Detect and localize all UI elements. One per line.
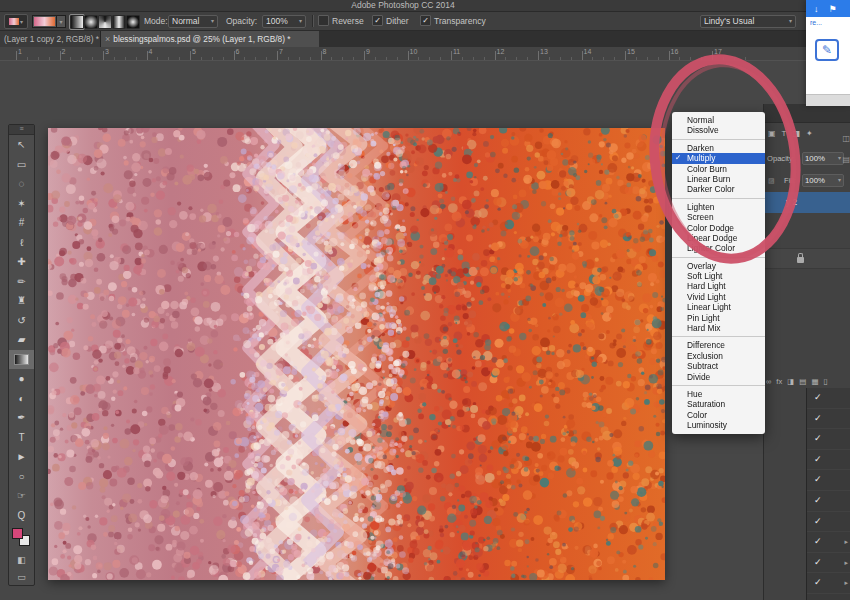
hand-tool[interactable]: ☞ (9, 486, 34, 506)
blend-mode-divide[interactable]: Divide (672, 372, 765, 382)
layers-panel-tabs[interactable] (764, 104, 850, 123)
lasso-tool[interactable]: ◌ (9, 174, 34, 194)
layer-opacity-select[interactable]: 100% ▾ (802, 152, 844, 165)
action-check-icon[interactable]: ✓ (814, 516, 822, 526)
action-row[interactable]: ✓ (807, 491, 850, 512)
action-row[interactable]: ✓▸ (807, 594, 850, 600)
expand-arrow-icon[interactable]: ▸ (844, 559, 848, 567)
blend-mode-linear-burn[interactable]: Linear Burn (672, 174, 765, 184)
link-layers-icon[interactable]: ∞ (766, 377, 771, 386)
crop-tool[interactable]: # (9, 213, 34, 233)
blend-mode-color-burn[interactable]: Color Burn (672, 164, 765, 174)
pen-tool[interactable]: ✒ (9, 408, 34, 428)
action-row[interactable]: ✓ (807, 409, 850, 430)
angle-gradient-button[interactable] (98, 15, 112, 29)
transparency-checkbox[interactable]: ✓ Transparency (420, 15, 486, 26)
blend-mode-color-dodge[interactable]: Color Dodge (672, 223, 765, 233)
blend-mode-screen[interactable]: Screen (672, 212, 765, 222)
action-row[interactable]: ✓ (807, 429, 850, 450)
blend-mode-hue[interactable]: Hue (672, 389, 765, 399)
type-tool[interactable]: T (9, 428, 34, 448)
edit-button[interactable]: ✎ (815, 39, 839, 61)
panel-dock-icon-b[interactable]: ▤ (842, 155, 850, 164)
brush-tool[interactable]: ✏ (9, 272, 34, 292)
selected-layer-row[interactable]: y 2 (764, 192, 850, 213)
blend-mode-linear-dodge[interactable]: Linear Dodge (672, 233, 765, 243)
new-group-icon[interactable]: ▤ (799, 377, 806, 386)
blend-mode-saturation[interactable]: Saturation (672, 399, 765, 409)
reverse-checkbox[interactable]: Reverse (318, 15, 364, 26)
panel-dock-icon-a[interactable]: ◫ (842, 134, 850, 143)
action-row[interactable]: ✓▸ (807, 573, 850, 594)
blend-mode-difference[interactable]: Difference (672, 340, 765, 350)
blend-mode-lighten[interactable]: Lighten (672, 202, 765, 212)
rectangular-marquee-tool[interactable]: ▭ (9, 155, 34, 175)
diamond-gradient-button[interactable] (126, 15, 140, 29)
eraser-tool[interactable]: ▰ (9, 330, 34, 350)
workspace-preset-select[interactable]: Lindy's Usual ▾ (700, 15, 796, 28)
action-check-icon[interactable]: ✓ (814, 392, 822, 402)
screen-mode-button[interactable]: ▭ (9, 568, 34, 585)
history-brush-tool[interactable]: ↺ (9, 311, 34, 331)
opacity-select[interactable]: 100% ▾ (262, 15, 306, 28)
dodge-tool[interactable]: ◐ (9, 389, 34, 409)
filter-type-icon[interactable]: T (782, 129, 787, 138)
eyedropper-tool[interactable]: ℓ (9, 233, 34, 253)
ellipse-shape-tool[interactable]: ○ (9, 467, 34, 487)
blur-tool[interactable]: ● (9, 369, 34, 389)
blend-mode-hard-light[interactable]: Hard Light (672, 281, 765, 291)
download-icon[interactable]: ↓ (814, 4, 819, 14)
action-check-icon[interactable]: ✓ (814, 536, 822, 546)
filter-smart-icon[interactable]: ✦ (806, 129, 813, 138)
path-selection-tool[interactable]: ► (9, 447, 34, 467)
action-check-icon[interactable]: ✓ (814, 413, 822, 423)
close-tab-icon[interactable]: × (105, 31, 110, 47)
tool-preset-picker[interactable]: ▾ (4, 14, 28, 29)
lock-transparent-pixels-icon[interactable]: ▨ (768, 177, 775, 185)
action-check-icon[interactable]: ✓ (814, 495, 822, 505)
foreground-color-swatch[interactable] (12, 528, 23, 539)
blend-mode-vivid-light[interactable]: Vivid Light (672, 292, 765, 302)
blend-mode-exclusion[interactable]: Exclusion (672, 351, 765, 361)
blend-mode-darker-color[interactable]: Darker Color (672, 184, 765, 194)
quick-selection-tool[interactable]: ✶ (9, 194, 34, 214)
action-row[interactable]: ✓ (807, 388, 850, 409)
blend-mode-lighter-color[interactable]: Lighter Color (672, 243, 765, 253)
action-row[interactable]: ✓▸ (807, 553, 850, 574)
action-row[interactable]: ✓ (807, 450, 850, 471)
toolbar-header[interactable]: ≡ (9, 125, 34, 135)
blend-mode-linear-light[interactable]: Linear Light (672, 302, 765, 312)
document-tab-active[interactable]: × blessingspalmos.psd @ 25% (Layer 1, RG… (101, 31, 319, 47)
linear-gradient-button[interactable] (70, 15, 84, 29)
blend-mode-soft-light[interactable]: Soft Light (672, 271, 765, 281)
blend-mode-normal[interactable]: Normal (672, 115, 765, 125)
filter-shape-icon[interactable]: ◨ (792, 129, 800, 138)
layer-mask-icon[interactable]: ◨ (787, 377, 794, 386)
new-layer-icon[interactable]: ▦ (811, 377, 818, 386)
gradient-preview-picker[interactable]: ▾ (32, 15, 66, 28)
action-check-icon[interactable]: ✓ (814, 557, 822, 567)
mode-select[interactable]: Normal ▾ (168, 15, 218, 28)
layer-fill-select[interactable]: 100% ▾ (802, 174, 844, 187)
blend-mode-darken[interactable]: Darken (672, 143, 765, 153)
canvas-artwork[interactable] (48, 128, 665, 580)
quick-mask-button[interactable]: ◧ (9, 551, 34, 568)
reflected-gradient-button[interactable] (112, 15, 126, 29)
expand-arrow-icon[interactable]: ▸ (844, 538, 848, 546)
overlay-link[interactable]: re... (806, 17, 850, 28)
action-check-icon[interactable]: ✓ (814, 433, 822, 443)
gradient-tool[interactable] (9, 350, 34, 370)
spot-healing-brush-tool[interactable]: ✚ (9, 252, 34, 272)
blend-mode-overlay[interactable]: Overlay (672, 261, 765, 271)
blend-mode-pin-light[interactable]: Pin Light (672, 313, 765, 323)
blend-mode-luminosity[interactable]: Luminosity (672, 420, 765, 430)
document-canvas[interactable] (48, 128, 665, 580)
blend-mode-dissolve[interactable]: Dissolve (672, 125, 765, 135)
bookmark-icon[interactable]: ⚑ (829, 4, 837, 14)
zoom-tool[interactable]: Q (9, 506, 34, 526)
blend-mode-multiply[interactable]: ✓Multiply (672, 153, 765, 163)
layer-effects-icon[interactable]: fx (776, 377, 782, 386)
action-row[interactable]: ✓ (807, 512, 850, 533)
action-check-icon[interactable]: ✓ (814, 474, 822, 484)
blend-mode-color[interactable]: Color (672, 410, 765, 420)
